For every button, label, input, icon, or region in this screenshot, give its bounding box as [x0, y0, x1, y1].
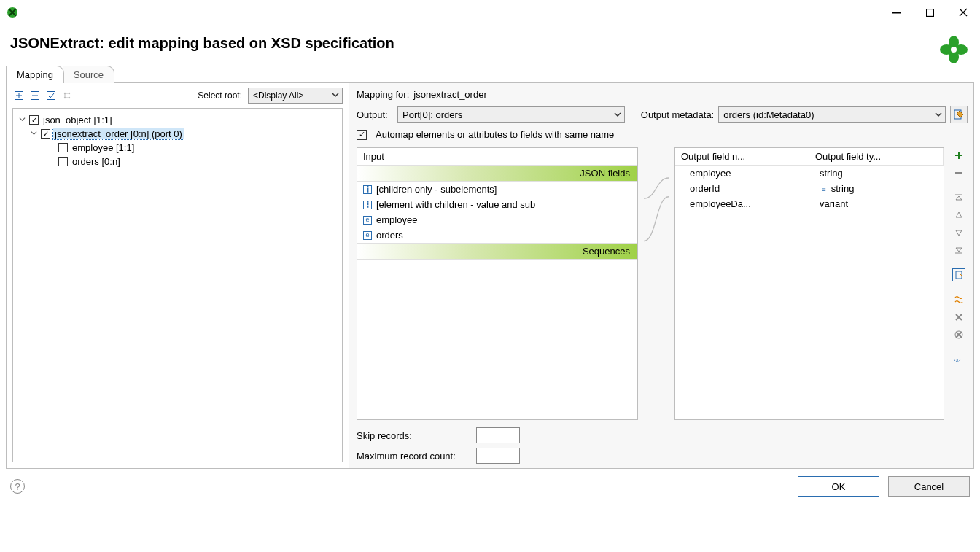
cell-name: orderId — [675, 181, 814, 196]
mapping-for-value: jsonextract_order — [413, 89, 486, 100]
tab-bar: Mapping Source — [6, 65, 974, 82]
app-icon — [6, 6, 19, 19]
expand-all-icon[interactable] — [14, 90, 24, 101]
output-metadata-label: Output metadata: — [641, 109, 714, 120]
side-tools: ‹x› — [950, 147, 968, 420]
tree-toolbar: Select root: <Display All> — [7, 83, 349, 108]
tree-checkbox[interactable] — [58, 157, 68, 166]
auto-map-icon[interactable] — [952, 293, 965, 306]
list-icon: ≡ — [820, 185, 828, 194]
clear-mapping-icon[interactable] — [952, 311, 965, 324]
remove-field-icon[interactable] — [952, 166, 965, 179]
add-field-icon[interactable] — [952, 149, 965, 162]
max-count-label: Maximum record count: — [357, 451, 472, 462]
svg-text:‹x›: ‹x› — [954, 357, 961, 363]
collapse-all-icon[interactable] — [30, 90, 40, 101]
tree-label: json_object [1:1] — [42, 114, 114, 125]
input-item[interactable]: e employee — [357, 212, 637, 228]
input-item[interactable]: ┇ [children only - subelements] — [357, 182, 637, 197]
band-json-fields: JSON fields — [357, 165, 637, 182]
tree-label: employee [1:1] — [71, 142, 136, 153]
cell-type: string — [814, 166, 944, 181]
cell-type: ≡ string — [814, 181, 944, 196]
cell-name: employeeDa... — [675, 196, 814, 211]
footer: ? OK Cancel — [0, 469, 980, 507]
select-root-dropdown[interactable]: <Display All> — [248, 88, 343, 104]
cell-type: variant — [814, 196, 944, 211]
output-row[interactable]: employee string — [675, 166, 944, 181]
input-item-label: [element with children - value and sub — [376, 199, 535, 210]
left-pane: Select root: <Display All> ✓ json_object… — [7, 83, 349, 468]
input-item-label: orders — [376, 230, 403, 241]
tree-checkbox[interactable]: ✓ — [41, 129, 50, 139]
input-panel-header: Input — [357, 148, 637, 165]
page-title: JSONExtract: edit mapping based on XSD s… — [10, 35, 980, 52]
cell-name: employee — [675, 166, 814, 181]
move-up-icon[interactable] — [952, 209, 965, 222]
move-top-icon[interactable] — [952, 191, 965, 204]
col-field-type[interactable]: Output field ty... — [809, 148, 944, 165]
check-all-icon[interactable] — [46, 90, 56, 101]
tab-mapping[interactable]: Mapping — [6, 66, 64, 83]
automap-checkbox[interactable]: ✓ — [357, 130, 367, 140]
output-port-dropdown[interactable]: Port[0]: orders — [397, 106, 625, 123]
tree-node[interactable]: ✓ jsonextract_order [0:n] (port 0) — [16, 127, 339, 141]
mapping-tree[interactable]: ✓ json_object [1:1] ✓ jsonextract_order … — [12, 108, 343, 462]
svg-rect-4 — [926, 9, 933, 16]
collapse-icon[interactable] — [29, 130, 38, 138]
tab-content: Select root: <Display All> ✓ json_object… — [6, 82, 974, 469]
skip-records-input[interactable] — [476, 427, 520, 443]
tree-checkbox[interactable] — [58, 143, 68, 152]
chevron-down-icon — [614, 109, 621, 120]
input-item[interactable]: ┇ [element with children - value and sub — [357, 197, 637, 212]
col-field-name[interactable]: Output field n... — [675, 148, 809, 165]
output-metadata-dropdown[interactable]: orders (id:Metadata0) — [718, 106, 946, 123]
tree-node[interactable]: · employee [1:1] — [16, 141, 339, 155]
tab-source[interactable]: Source — [63, 66, 114, 83]
clear-all-icon[interactable] — [952, 328, 965, 341]
output-row[interactable]: employeeDa... variant — [675, 196, 944, 211]
output-row[interactable]: orderId ≡ string — [675, 181, 944, 196]
cancel-button[interactable]: Cancel — [888, 476, 970, 497]
chevron-down-icon — [332, 90, 339, 101]
svg-point-11 — [951, 47, 957, 53]
select-root-value: <Display All> — [253, 90, 303, 101]
minimize-button[interactable] — [879, 1, 913, 23]
move-down-icon[interactable] — [952, 226, 965, 239]
max-count-input[interactable] — [476, 448, 520, 464]
clipboard-icon[interactable] — [952, 268, 965, 281]
automap-label: Automap elements or attributes to fields… — [376, 129, 614, 140]
input-panel: Input JSON fields ┇ [children only - sub… — [357, 147, 638, 420]
tree-structure-icon[interactable] — [62, 90, 72, 101]
bottom-fields: Skip records: Maximum record count: — [357, 427, 968, 464]
tree-valuesub-icon: ┇ — [363, 201, 372, 209]
tree-node[interactable]: ✓ json_object [1:1] — [16, 113, 339, 127]
tree-label: orders [0:n] — [71, 156, 122, 167]
maximize-button[interactable] — [913, 1, 946, 23]
element-icon: e — [363, 231, 372, 240]
skip-records-label: Skip records: — [357, 430, 472, 441]
ok-button[interactable]: OK — [798, 476, 879, 497]
right-pane: Mapping for: jsonextract_order Output: P… — [349, 83, 973, 468]
element-icon: e — [363, 216, 372, 225]
output-headers: Output field n... Output field ty... — [675, 148, 944, 166]
tree-checkbox[interactable]: ✓ — [29, 115, 39, 125]
output-panel: Output field n... Output field ty... emp… — [674, 147, 944, 420]
output-metadata-value: orders (id:Metadata0) — [723, 109, 814, 120]
select-root-label: Select root: — [198, 90, 242, 101]
move-bottom-icon[interactable] — [952, 244, 965, 257]
tree-node[interactable]: · orders [0:n] — [16, 155, 339, 168]
input-item[interactable]: e orders — [357, 228, 637, 243]
collapse-icon[interactable] — [18, 116, 26, 124]
app-logo-icon — [939, 35, 968, 66]
svg-rect-3 — [892, 12, 901, 14]
edit-metadata-button[interactable] — [950, 106, 968, 123]
input-item-label: employee — [376, 214, 417, 225]
tree-subelements-icon: ┇ — [363, 185, 372, 194]
input-item-label: [children only - subelements] — [376, 184, 497, 195]
band-sequences: Sequences — [357, 243, 637, 260]
help-button[interactable]: ? — [10, 479, 25, 494]
xml-icon[interactable]: ‹x› — [952, 353, 965, 366]
titlebar — [0, 0, 980, 25]
close-button[interactable] — [946, 1, 980, 23]
